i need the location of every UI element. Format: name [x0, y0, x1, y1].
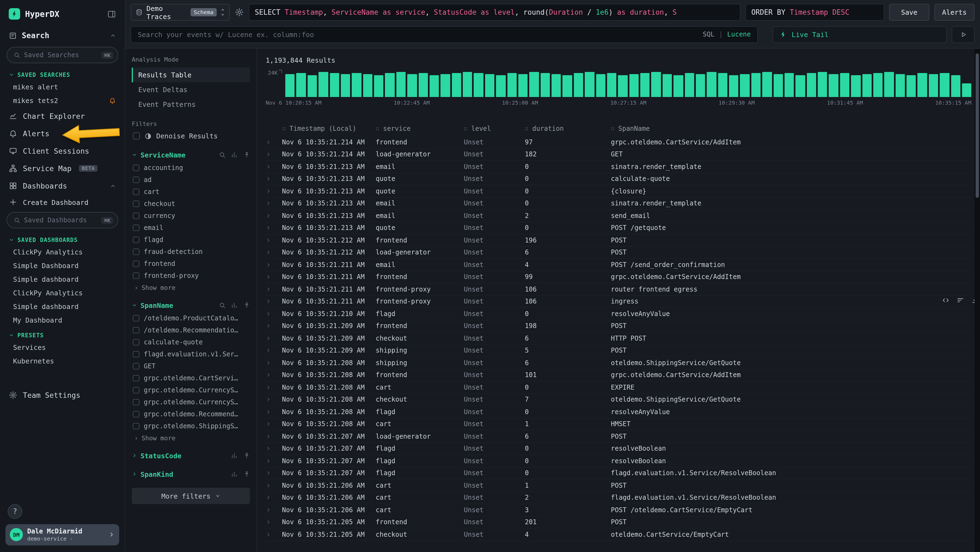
- chevron-up-icon[interactable]: [110, 32, 116, 38]
- histogram-bar[interactable]: [308, 75, 317, 97]
- saved-dashboard-item[interactable]: ClickPy Analytics: [0, 245, 125, 259]
- row-expander-icon[interactable]: [266, 372, 282, 378]
- table-row[interactable]: Nov 6 10:35:21.211 AMemailUnset4POST /se…: [266, 259, 971, 271]
- checkbox[interactable]: [133, 423, 139, 429]
- table-row[interactable]: Nov 6 10:35:21.209 AMshippingUnset5POST: [266, 345, 971, 357]
- facet-value-checkbox[interactable]: /oteldemo.ProductCatalo…: [132, 312, 250, 324]
- row-expander-icon[interactable]: [266, 446, 282, 451]
- saved-dashboards-header[interactable]: SAVED DASHBOARDS: [0, 231, 125, 245]
- drag-handle-icon[interactable]: ∷: [525, 125, 528, 132]
- sidebar-item-client-sessions[interactable]: Client Sessions: [0, 142, 125, 160]
- facet-value-checkbox[interactable]: grpc.oteldemo.CartServi…: [132, 372, 250, 384]
- analysis-mode-option[interactable]: Event Deltas: [132, 82, 250, 97]
- checkbox[interactable]: [133, 387, 139, 393]
- histogram-bar[interactable]: [430, 75, 439, 97]
- saved-search-item[interactable]: mikes alert: [0, 80, 125, 94]
- histogram-bar[interactable]: [851, 75, 861, 97]
- column-header[interactable]: ∷Timestamp (Local): [282, 125, 375, 132]
- user-menu[interactable]: DM Dale McDiarmid demo-service -: [5, 524, 119, 546]
- search-section-header[interactable]: Search: [0, 26, 125, 45]
- table-row[interactable]: Nov 6 10:35:21.213 AMemailUnset0sinatra.…: [266, 198, 971, 210]
- facet-header[interactable]: ServiceName: [132, 148, 250, 162]
- checkbox[interactable]: [133, 225, 139, 231]
- sidebar-item-team-settings[interactable]: Team Settings: [0, 386, 125, 404]
- checkbox[interactable]: [133, 339, 139, 346]
- facet-value-checkbox[interactable]: GET: [132, 360, 250, 372]
- facet-value-checkbox[interactable]: fraud-detection: [132, 246, 250, 258]
- page-scrollbar[interactable]: [975, 49, 980, 552]
- table-row[interactable]: Nov 6 10:35:21.209 AMfrontendUnset198POS…: [266, 320, 971, 332]
- facet-value-checkbox[interactable]: flagd.evaluation.v1.Ser…: [132, 348, 250, 360]
- histogram-bar[interactable]: [840, 73, 850, 97]
- column-header[interactable]: ∷SpanName: [611, 125, 971, 132]
- table-row[interactable]: Nov 6 10:35:21.211 AMfrontendUnset99grpc…: [266, 271, 971, 283]
- checkbox[interactable]: [133, 188, 139, 195]
- facet-value-checkbox[interactable]: calculate-quote: [132, 336, 250, 348]
- lucene-mode-toggle[interactable]: Lucene: [727, 30, 751, 38]
- histogram-bar[interactable]: [552, 74, 561, 97]
- row-expander-icon[interactable]: [266, 458, 282, 464]
- histogram-bar[interactable]: [607, 73, 617, 97]
- row-expander-icon[interactable]: [266, 139, 282, 145]
- saved-dashboard-item[interactable]: Simple dashboard: [0, 273, 125, 286]
- sidebar-item-alerts[interactable]: Alerts: [0, 125, 125, 142]
- row-expander-icon[interactable]: [266, 397, 282, 402]
- histogram-bar[interactable]: [651, 72, 661, 97]
- facet-pin-icon[interactable]: [243, 152, 250, 158]
- table-row[interactable]: Nov 6 10:35:21.208 AMcartUnset0EXPIRE: [266, 381, 971, 394]
- row-expander-icon[interactable]: [266, 495, 282, 501]
- sidebar-collapse-icon[interactable]: [107, 10, 116, 18]
- table-row[interactable]: Nov 6 10:35:21.208 AMflagdUnset0resolveA…: [266, 406, 971, 418]
- checkbox[interactable]: [133, 315, 139, 322]
- checkbox[interactable]: [133, 212, 139, 219]
- checkbox[interactable]: [133, 132, 140, 139]
- histogram-bar[interactable]: [873, 73, 883, 97]
- saved-search-item[interactable]: mikes tets2: [0, 94, 125, 107]
- checkbox[interactable]: [133, 363, 139, 369]
- table-row[interactable]: Nov 6 10:35:21.212 AMfrontendUnset196POS…: [266, 234, 971, 247]
- row-expander-icon[interactable]: [266, 483, 282, 488]
- row-expander-icon[interactable]: [266, 176, 282, 182]
- histogram-bar[interactable]: [596, 74, 605, 97]
- facet-pin-icon[interactable]: [243, 302, 250, 309]
- table-row[interactable]: Nov 6 10:35:21.213 AMemailUnset0sinatra.…: [266, 161, 971, 173]
- checkbox[interactable]: [133, 327, 139, 333]
- play-button[interactable]: [952, 26, 975, 43]
- histogram-bar[interactable]: [762, 72, 772, 97]
- more-filters-button[interactable]: More filters: [132, 488, 250, 504]
- scrollbar-thumb[interactable]: [976, 53, 979, 198]
- histogram-bar[interactable]: [374, 75, 383, 97]
- histogram-bar[interactable]: [829, 74, 838, 97]
- row-expander-icon[interactable]: [266, 225, 282, 231]
- schema-badge[interactable]: Schema: [191, 8, 217, 16]
- order-by-input[interactable]: ORDER BY Timestamp DESC: [745, 4, 884, 21]
- facet-value-checkbox[interactable]: grpc.oteldemo.Recommend…: [132, 408, 250, 420]
- saved-dashboard-item[interactable]: ClickPy Analytics: [0, 286, 125, 300]
- histogram-bar[interactable]: [751, 73, 761, 97]
- table-row[interactable]: Nov 6 10:35:21.211 AMfrontend-proxyUnset…: [266, 283, 971, 296]
- facet-search-icon[interactable]: [219, 152, 225, 158]
- checkbox[interactable]: [133, 375, 139, 381]
- histogram-bar[interactable]: [563, 75, 572, 97]
- row-expander-icon[interactable]: [266, 152, 282, 157]
- saved-searches-header[interactable]: SAVED SEARCHES: [0, 67, 125, 80]
- histogram-bar[interactable]: [585, 72, 594, 97]
- facet-search-icon[interactable]: [219, 302, 225, 309]
- facet-value-checkbox[interactable]: ad: [132, 174, 250, 186]
- row-expander-icon[interactable]: [266, 299, 282, 304]
- preset-item[interactable]: Kubernetes: [0, 354, 125, 368]
- denoise-results-checkbox[interactable]: Denoise Results: [133, 132, 249, 140]
- histogram-bar[interactable]: [862, 74, 872, 97]
- histogram-bar[interactable]: [784, 73, 794, 97]
- facet-value-checkbox[interactable]: checkout: [132, 198, 250, 210]
- histogram-bar[interactable]: [330, 73, 339, 97]
- view-code-icon[interactable]: [942, 297, 950, 304]
- saved-dashboards-input[interactable]: Saved Dashboards ⌘K: [6, 212, 118, 228]
- table-row[interactable]: Nov 6 10:35:21.213 AMquoteUnset0calculat…: [266, 173, 971, 185]
- row-expander-icon[interactable]: [266, 250, 282, 255]
- analysis-mode-option[interactable]: Event Patterns: [132, 97, 250, 112]
- row-expander-icon[interactable]: [266, 348, 282, 353]
- facet-value-checkbox[interactable]: email: [132, 222, 250, 234]
- table-row[interactable]: Nov 6 10:35:21.209 AMcheckoutUnset6HTTP …: [266, 332, 971, 345]
- row-expander-icon[interactable]: [266, 471, 282, 476]
